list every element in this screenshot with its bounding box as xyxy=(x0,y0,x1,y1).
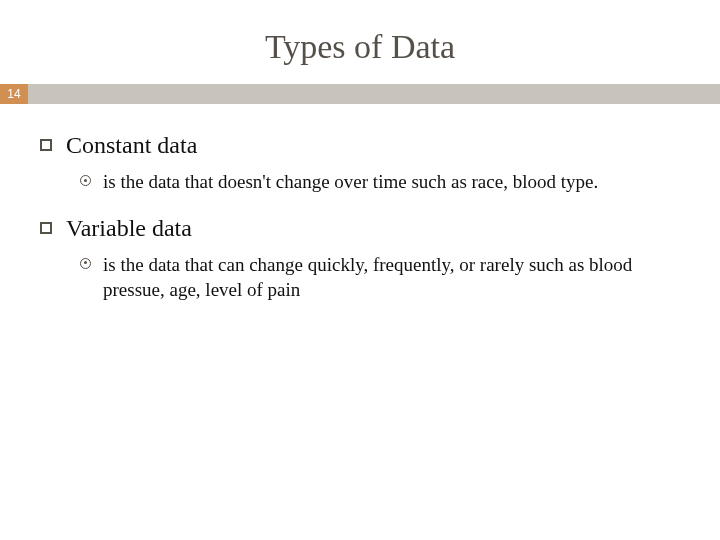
square-bullet-icon xyxy=(40,139,52,151)
divider-bar-fill xyxy=(28,84,720,104)
slide: Types of Data 14 Constant data is the da… xyxy=(0,0,720,540)
item-detail: is the data that can change quickly, fre… xyxy=(103,252,680,303)
circle-bullet-icon xyxy=(80,175,91,186)
item-heading: Variable data xyxy=(66,215,192,242)
divider-bar: 14 xyxy=(0,84,720,104)
item-detail: is the data that doesn't change over tim… xyxy=(103,169,598,195)
square-bullet-icon xyxy=(40,222,52,234)
list-item: Constant data xyxy=(40,132,680,159)
slide-title: Types of Data xyxy=(0,0,720,84)
circle-bullet-icon xyxy=(80,258,91,269)
list-subitem: is the data that can change quickly, fre… xyxy=(80,252,680,303)
content-area: Constant data is the data that doesn't c… xyxy=(0,104,720,303)
item-heading: Constant data xyxy=(66,132,197,159)
list-item: Variable data xyxy=(40,215,680,242)
list-subitem: is the data that doesn't change over tim… xyxy=(80,169,680,195)
page-number-box: 14 xyxy=(0,84,28,104)
